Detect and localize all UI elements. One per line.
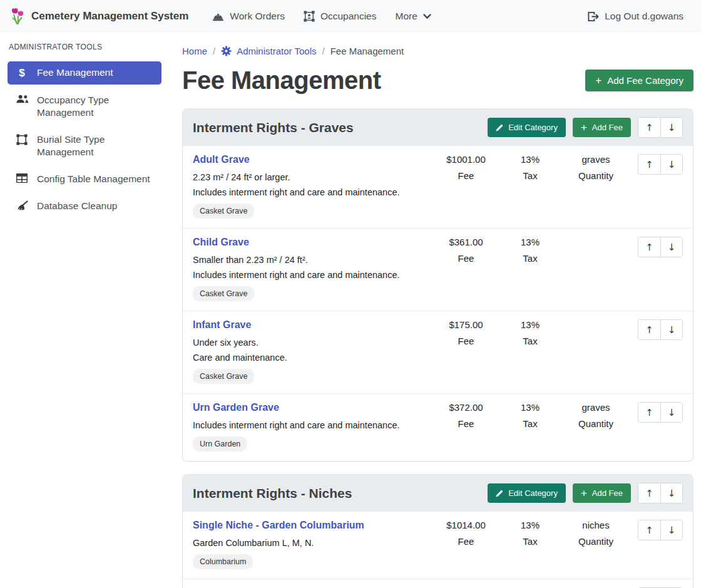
move-down-button[interactable]: ↓ xyxy=(660,520,682,540)
breadcrumb-separator: / xyxy=(213,46,215,56)
add-fee-button[interactable]: + Add Fee xyxy=(573,118,631,137)
plus-icon: + xyxy=(581,123,587,132)
top-navbar: Cemetery Management System Work Orders xyxy=(0,0,701,33)
move-up-button[interactable]: ↑ xyxy=(638,483,660,503)
fee-reorder-group: ↑ ↓ xyxy=(638,154,683,175)
nav-links: Work Orders Occupancies More xyxy=(205,6,439,27)
move-down-button[interactable]: ↓ xyxy=(660,403,682,422)
move-up-button[interactable]: ↑ xyxy=(638,320,660,339)
fee-type-badge: Casket Grave xyxy=(193,286,254,301)
sidebar-item-burial-site-type-management[interactable]: Burial Site Type Management xyxy=(8,128,161,163)
fee-description: Smaller than 2.23 m² / 24 ft². xyxy=(193,255,427,265)
tax-value: 13% xyxy=(499,237,561,247)
pencil-icon xyxy=(496,490,503,497)
nav-item-label: Work Orders xyxy=(230,11,285,22)
breadcrumb-current: Fee Management xyxy=(330,46,404,56)
fee-row: Infant Grave Under six years. Care and m… xyxy=(183,311,693,393)
fee-description: Includes interment right and care and ma… xyxy=(193,187,427,197)
add-fee-button[interactable]: + Add Fee xyxy=(573,483,631,503)
move-down-button[interactable]: ↓ xyxy=(660,237,682,257)
move-down-button[interactable]: ↓ xyxy=(660,483,682,503)
quantity-value: niches xyxy=(561,520,630,530)
fee-reorder-group: ↑ ↓ xyxy=(638,319,683,340)
quantity-col: graves Quantity xyxy=(561,154,630,181)
category-header: Interment Rights - Niches Edit Category … xyxy=(183,475,693,512)
fee-name-link[interactable]: Infant Grave xyxy=(193,319,251,331)
move-down-button[interactable]: ↓ xyxy=(660,118,682,137)
nav-item-occupancies[interactable]: Occupancies xyxy=(296,6,384,27)
quantity-value: graves xyxy=(561,154,630,165)
main-content: Home / xyxy=(169,33,701,588)
logout-button[interactable]: Log Out d.gowans xyxy=(580,6,691,27)
edit-category-label: Edit Category xyxy=(508,488,558,498)
fee-description: Care and maintenance. xyxy=(193,353,427,363)
fee-label: Fee xyxy=(433,418,499,429)
fee-description: 2.23 m² / 24 ft² or larger. xyxy=(193,172,427,182)
app-brand: Cemetery Management System xyxy=(10,7,188,26)
dollar-icon: $ xyxy=(15,66,29,80)
nav-item-label: More xyxy=(396,11,417,22)
quantity-col: graves Quantity xyxy=(561,402,630,429)
breadcrumb-home-link[interactable]: Home xyxy=(182,46,207,56)
tax-label: Tax xyxy=(499,536,561,547)
move-up-button[interactable]: ↑ xyxy=(638,520,660,540)
fee-category-card-graves: Interment Rights - Graves Edit Category … xyxy=(182,108,693,462)
fee-name-link[interactable]: Child Grave xyxy=(193,237,249,248)
add-fee-category-button[interactable]: + Add Fee Category xyxy=(585,70,693,91)
sidebar-item-fee-management[interactable]: $ Fee Management xyxy=(8,61,161,85)
sidebar-item-label: Burial Site Type Management xyxy=(37,133,154,158)
category-title: Interment Rights - Niches xyxy=(193,486,352,501)
fee-label: Fee xyxy=(433,253,499,264)
fee-description: Includes interment right and care and ma… xyxy=(193,420,427,430)
sidebar-item-occupancy-type-management[interactable]: Occupancy Type Management xyxy=(8,89,161,124)
move-up-button[interactable]: ↑ xyxy=(638,118,660,137)
sidebar: ADMINISTRATOR TOOLS $ Fee Management Occ… xyxy=(0,33,169,588)
edit-category-button[interactable]: Edit Category xyxy=(488,118,566,137)
breadcrumb-admin-tools-link[interactable]: Administrator Tools xyxy=(237,46,316,56)
fee-amount-col: $361.00 Fee xyxy=(433,237,499,264)
add-fee-label: Add Fee xyxy=(592,123,623,132)
nav-item-more[interactable]: More xyxy=(388,6,439,27)
move-up-button[interactable]: ↑ xyxy=(638,155,660,174)
fee-name-link[interactable]: Single Niche - Garden Columbarium xyxy=(193,520,364,531)
quantity-col: niches Quantity xyxy=(561,520,630,547)
fee-description: Under six years. xyxy=(193,338,427,348)
tax-col: 13% Tax xyxy=(499,319,561,346)
plus-icon: + xyxy=(581,488,587,498)
sidebar-heading: ADMINISTRATOR TOOLS xyxy=(9,43,160,51)
fee-name-link[interactable]: Adult Grave xyxy=(193,154,250,165)
tax-col: 13% Tax xyxy=(499,520,561,547)
fee-category-card-niches: Interment Rights - Niches Edit Category … xyxy=(182,474,693,588)
sidebar-item-label: Database Cleanup xyxy=(37,200,117,212)
category-title: Interment Rights - Graves xyxy=(193,120,354,135)
move-up-button[interactable]: ↑ xyxy=(638,403,660,422)
move-up-button[interactable]: ↑ xyxy=(638,237,660,257)
sidebar-item-database-cleanup[interactable]: Database Cleanup xyxy=(8,195,161,217)
move-down-button[interactable]: ↓ xyxy=(660,320,682,339)
fee-name-link[interactable]: Urn Garden Grave xyxy=(193,402,279,413)
edit-category-button[interactable]: Edit Category xyxy=(488,483,566,503)
tax-label: Tax xyxy=(499,418,561,429)
sidebar-item-config-table-management[interactable]: Config Table Management xyxy=(8,168,161,190)
nav-item-work-orders[interactable]: Work Orders xyxy=(205,6,292,27)
hard-hat-icon xyxy=(212,11,224,22)
category-reorder-group: ↑ ↓ xyxy=(638,483,683,503)
fee-description: Garden Columbarium L, M, N. xyxy=(193,538,427,548)
fee-amount: $1001.00 xyxy=(433,154,499,165)
plus-icon: + xyxy=(595,76,601,85)
fee-row: Urn Garden Grave Includes interment righ… xyxy=(183,393,693,461)
add-fee-category-label: Add Fee Category xyxy=(607,75,683,86)
sidebar-item-label: Fee Management xyxy=(37,66,113,79)
fee-amount-col: $1001.00 Fee xyxy=(433,154,499,181)
fee-amount-col: $1014.00 Fee xyxy=(433,520,499,547)
move-down-button[interactable]: ↓ xyxy=(660,155,682,174)
quantity-value: graves xyxy=(561,402,630,413)
fee-description: Includes interment right and care and ma… xyxy=(193,270,427,280)
fee-row: Adult Grave 2.23 m² / 24 ft² or larger. … xyxy=(183,146,693,228)
app-title: Cemetery Management System xyxy=(31,10,188,23)
quantity-label: Quantity xyxy=(561,536,630,547)
sidebar-item-label: Occupancy Type Management xyxy=(37,94,154,119)
fee-reorder-group: ↑ ↓ xyxy=(638,402,683,423)
fee-row: Child Grave Smaller than 2.23 m² / 24 ft… xyxy=(183,228,693,311)
quantity-label: Quantity xyxy=(561,170,630,181)
